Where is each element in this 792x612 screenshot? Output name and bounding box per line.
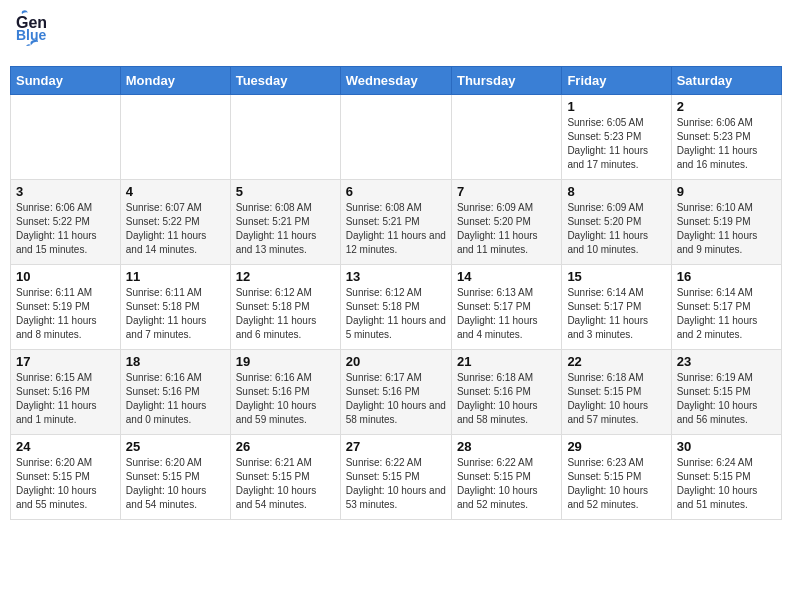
day-number: 5	[236, 184, 335, 199]
day-info: Sunrise: 6:16 AMSunset: 5:16 PMDaylight:…	[126, 371, 225, 427]
day-number: 14	[457, 269, 556, 284]
day-number: 25	[126, 439, 225, 454]
calendar-day-cell: 18Sunrise: 6:16 AMSunset: 5:16 PMDayligh…	[120, 350, 230, 435]
day-info: Sunrise: 6:06 AMSunset: 5:23 PMDaylight:…	[677, 116, 776, 172]
calendar-day-cell: 15Sunrise: 6:14 AMSunset: 5:17 PMDayligh…	[562, 265, 671, 350]
day-info: Sunrise: 6:18 AMSunset: 5:15 PMDaylight:…	[567, 371, 665, 427]
calendar-day-cell: 25Sunrise: 6:20 AMSunset: 5:15 PMDayligh…	[120, 435, 230, 520]
day-number: 9	[677, 184, 776, 199]
calendar-day-cell	[120, 95, 230, 180]
weekday-header: Wednesday	[340, 67, 451, 95]
calendar-day-cell: 4Sunrise: 6:07 AMSunset: 5:22 PMDaylight…	[120, 180, 230, 265]
day-number: 17	[16, 354, 115, 369]
day-info: Sunrise: 6:22 AMSunset: 5:15 PMDaylight:…	[346, 456, 446, 512]
day-info: Sunrise: 6:13 AMSunset: 5:17 PMDaylight:…	[457, 286, 556, 342]
calendar-day-cell: 16Sunrise: 6:14 AMSunset: 5:17 PMDayligh…	[671, 265, 781, 350]
calendar-day-cell: 19Sunrise: 6:16 AMSunset: 5:16 PMDayligh…	[230, 350, 340, 435]
day-info: Sunrise: 6:10 AMSunset: 5:19 PMDaylight:…	[677, 201, 776, 257]
calendar-day-cell: 20Sunrise: 6:17 AMSunset: 5:16 PMDayligh…	[340, 350, 451, 435]
day-info: Sunrise: 6:24 AMSunset: 5:15 PMDaylight:…	[677, 456, 776, 512]
calendar-day-cell: 3Sunrise: 6:06 AMSunset: 5:22 PMDaylight…	[11, 180, 121, 265]
day-info: Sunrise: 6:11 AMSunset: 5:18 PMDaylight:…	[126, 286, 225, 342]
day-info: Sunrise: 6:23 AMSunset: 5:15 PMDaylight:…	[567, 456, 665, 512]
calendar-day-cell: 27Sunrise: 6:22 AMSunset: 5:15 PMDayligh…	[340, 435, 451, 520]
calendar-day-cell: 14Sunrise: 6:13 AMSunset: 5:17 PMDayligh…	[451, 265, 561, 350]
day-number: 21	[457, 354, 556, 369]
calendar-day-cell: 10Sunrise: 6:11 AMSunset: 5:19 PMDayligh…	[11, 265, 121, 350]
day-number: 23	[677, 354, 776, 369]
day-number: 12	[236, 269, 335, 284]
weekday-header: Friday	[562, 67, 671, 95]
day-number: 19	[236, 354, 335, 369]
day-info: Sunrise: 6:14 AMSunset: 5:17 PMDaylight:…	[677, 286, 776, 342]
day-info: Sunrise: 6:20 AMSunset: 5:15 PMDaylight:…	[16, 456, 115, 512]
weekday-header: Thursday	[451, 67, 561, 95]
day-info: Sunrise: 6:20 AMSunset: 5:15 PMDaylight:…	[126, 456, 225, 512]
day-number: 16	[677, 269, 776, 284]
day-number: 15	[567, 269, 665, 284]
calendar-day-cell: 17Sunrise: 6:15 AMSunset: 5:16 PMDayligh…	[11, 350, 121, 435]
weekday-header: Tuesday	[230, 67, 340, 95]
weekday-header: Saturday	[671, 67, 781, 95]
day-number: 18	[126, 354, 225, 369]
calendar-day-cell: 2Sunrise: 6:06 AMSunset: 5:23 PMDaylight…	[671, 95, 781, 180]
day-info: Sunrise: 6:05 AMSunset: 5:23 PMDaylight:…	[567, 116, 665, 172]
calendar-day-cell	[451, 95, 561, 180]
calendar-day-cell: 6Sunrise: 6:08 AMSunset: 5:21 PMDaylight…	[340, 180, 451, 265]
calendar-week-row: 3Sunrise: 6:06 AMSunset: 5:22 PMDaylight…	[11, 180, 782, 265]
day-info: Sunrise: 6:08 AMSunset: 5:21 PMDaylight:…	[236, 201, 335, 257]
calendar-day-cell: 22Sunrise: 6:18 AMSunset: 5:15 PMDayligh…	[562, 350, 671, 435]
calendar-day-cell: 30Sunrise: 6:24 AMSunset: 5:15 PMDayligh…	[671, 435, 781, 520]
day-number: 28	[457, 439, 556, 454]
day-number: 1	[567, 99, 665, 114]
calendar-day-cell: 26Sunrise: 6:21 AMSunset: 5:15 PMDayligh…	[230, 435, 340, 520]
day-number: 27	[346, 439, 446, 454]
calendar-day-cell: 11Sunrise: 6:11 AMSunset: 5:18 PMDayligh…	[120, 265, 230, 350]
calendar-day-cell: 9Sunrise: 6:10 AMSunset: 5:19 PMDaylight…	[671, 180, 781, 265]
day-info: Sunrise: 6:09 AMSunset: 5:20 PMDaylight:…	[567, 201, 665, 257]
day-info: Sunrise: 6:19 AMSunset: 5:15 PMDaylight:…	[677, 371, 776, 427]
day-number: 4	[126, 184, 225, 199]
day-number: 20	[346, 354, 446, 369]
day-number: 22	[567, 354, 665, 369]
calendar-day-cell: 8Sunrise: 6:09 AMSunset: 5:20 PMDaylight…	[562, 180, 671, 265]
day-number: 26	[236, 439, 335, 454]
calendar-day-cell	[11, 95, 121, 180]
day-info: Sunrise: 6:21 AMSunset: 5:15 PMDaylight:…	[236, 456, 335, 512]
day-info: Sunrise: 6:18 AMSunset: 5:16 PMDaylight:…	[457, 371, 556, 427]
day-info: Sunrise: 6:12 AMSunset: 5:18 PMDaylight:…	[236, 286, 335, 342]
day-info: Sunrise: 6:22 AMSunset: 5:15 PMDaylight:…	[457, 456, 556, 512]
weekday-header: Sunday	[11, 67, 121, 95]
calendar-day-cell: 12Sunrise: 6:12 AMSunset: 5:18 PMDayligh…	[230, 265, 340, 350]
day-number: 8	[567, 184, 665, 199]
calendar-week-row: 1Sunrise: 6:05 AMSunset: 5:23 PMDaylight…	[11, 95, 782, 180]
day-number: 11	[126, 269, 225, 284]
day-number: 30	[677, 439, 776, 454]
weekday-header: Monday	[120, 67, 230, 95]
calendar-table: SundayMondayTuesdayWednesdayThursdayFrid…	[10, 66, 782, 520]
day-number: 10	[16, 269, 115, 284]
day-number: 24	[16, 439, 115, 454]
day-info: Sunrise: 6:07 AMSunset: 5:22 PMDaylight:…	[126, 201, 225, 257]
calendar-week-row: 24Sunrise: 6:20 AMSunset: 5:15 PMDayligh…	[11, 435, 782, 520]
day-info: Sunrise: 6:15 AMSunset: 5:16 PMDaylight:…	[16, 371, 115, 427]
day-info: Sunrise: 6:08 AMSunset: 5:21 PMDaylight:…	[346, 201, 446, 257]
calendar-week-row: 10Sunrise: 6:11 AMSunset: 5:19 PMDayligh…	[11, 265, 782, 350]
day-number: 2	[677, 99, 776, 114]
calendar-day-cell: 24Sunrise: 6:20 AMSunset: 5:15 PMDayligh…	[11, 435, 121, 520]
calendar-day-cell: 5Sunrise: 6:08 AMSunset: 5:21 PMDaylight…	[230, 180, 340, 265]
calendar-day-cell: 29Sunrise: 6:23 AMSunset: 5:15 PMDayligh…	[562, 435, 671, 520]
day-number: 6	[346, 184, 446, 199]
calendar-day-cell: 13Sunrise: 6:12 AMSunset: 5:18 PMDayligh…	[340, 265, 451, 350]
calendar-day-cell: 1Sunrise: 6:05 AMSunset: 5:23 PMDaylight…	[562, 95, 671, 180]
day-info: Sunrise: 6:16 AMSunset: 5:16 PMDaylight:…	[236, 371, 335, 427]
calendar-week-row: 17Sunrise: 6:15 AMSunset: 5:16 PMDayligh…	[11, 350, 782, 435]
day-info: Sunrise: 6:11 AMSunset: 5:19 PMDaylight:…	[16, 286, 115, 342]
calendar-day-cell	[340, 95, 451, 180]
day-info: Sunrise: 6:09 AMSunset: 5:20 PMDaylight:…	[457, 201, 556, 257]
day-number: 29	[567, 439, 665, 454]
day-number: 3	[16, 184, 115, 199]
day-number: 13	[346, 269, 446, 284]
page-header: General Blue	[10, 10, 782, 60]
day-info: Sunrise: 6:06 AMSunset: 5:22 PMDaylight:…	[16, 201, 115, 257]
